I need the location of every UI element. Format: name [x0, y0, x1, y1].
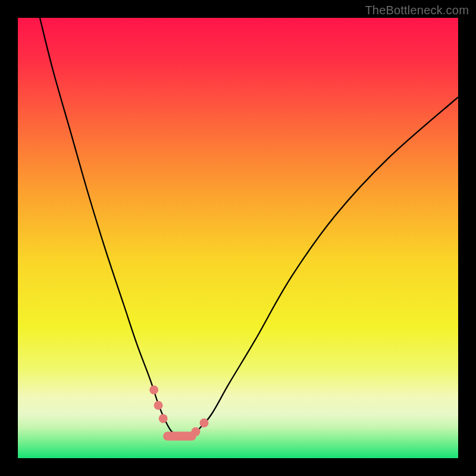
curve-marker: [191, 427, 200, 436]
curve-marker: [149, 386, 158, 394]
chart-svg: [18, 18, 458, 458]
curve-marker: [159, 414, 168, 423]
curve-marker: [200, 418, 209, 427]
bottleneck-curve: [40, 18, 458, 437]
chart-plot-area: [18, 18, 458, 458]
curve-marker: [154, 401, 163, 410]
chart-frame: TheBottleneck.com: [0, 0, 476, 476]
watermark-text: TheBottleneck.com: [365, 4, 469, 17]
